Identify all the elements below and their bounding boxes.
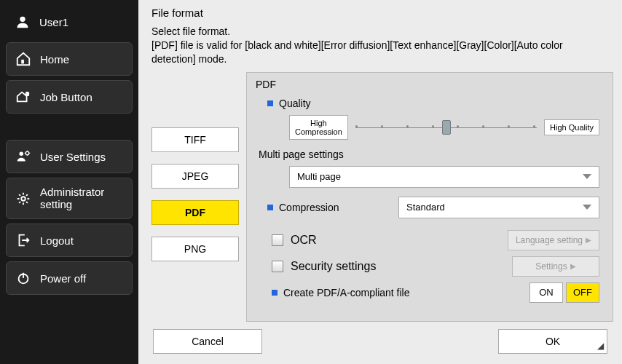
format-jpeg[interactable]: JPEG [151, 164, 239, 189]
logout-icon [15, 232, 31, 248]
quality-label: Quality [279, 98, 311, 109]
ok-button[interactable]: OK◢ [498, 329, 607, 354]
multipage-dropdown[interactable]: Multi page [289, 166, 599, 188]
svg-rect-1 [21, 60, 24, 64]
svg-point-3 [20, 152, 24, 157]
format-buttons: TIFF JPEG PDF PNG [151, 72, 239, 322]
format-png[interactable]: PNG [151, 237, 239, 261]
quality-slider[interactable] [355, 118, 537, 137]
sidebar-admin-label: Administrator setting [40, 186, 123, 210]
sidebar-user-label: User1 [39, 16, 68, 28]
main-panel: File format Select file format. [PDF] fi… [138, 0, 622, 364]
pdf-panel-title: PDF [247, 73, 613, 93]
resize-corner-icon: ◢ [597, 341, 604, 351]
bullet-icon [272, 290, 277, 296]
sidebar-user[interactable]: User1 [6, 6, 133, 38]
chevron-down-icon [583, 205, 591, 210]
sidebar-poweroff-label: Power off [40, 272, 86, 285]
home-icon [15, 51, 31, 67]
high-compression-label: High Compression [289, 115, 348, 140]
svg-point-4 [25, 151, 29, 155]
chevron-down-icon [583, 174, 591, 179]
sidebar-home-label: Home [40, 53, 69, 66]
sidebar-usersettings[interactable]: User Settings [6, 140, 133, 173]
ocr-label: OCR [291, 234, 317, 247]
language-setting-button[interactable]: Language setting▶ [508, 230, 599, 250]
security-checkbox[interactable] [272, 261, 283, 272]
security-settings-button[interactable]: Settings▶ [512, 256, 599, 277]
compression-dropdown[interactable]: Standard [398, 197, 599, 218]
cancel-button[interactable]: Cancel [153, 329, 262, 354]
svg-point-5 [21, 197, 25, 201]
sidebar-job-label: Job Button [40, 91, 92, 103]
chevron-right-icon: ▶ [570, 262, 576, 270]
ocr-checkbox[interactable] [272, 234, 283, 246]
sidebar-usersettings-label: User Settings [40, 151, 106, 163]
sidebar-admin[interactable]: Administrator setting [6, 178, 133, 219]
format-pdf[interactable]: PDF [151, 200, 239, 225]
job-icon [15, 89, 31, 105]
pdf-panel: PDF Quality High Compression High Qualit… [246, 72, 613, 322]
sidebar-logout-label: Logout [40, 234, 74, 247]
page-title: File format [138, 0, 622, 22]
sidebar-poweroff[interactable]: Power off [6, 261, 133, 295]
high-quality-label: High Quality [544, 119, 599, 135]
pdfa-label: Create PDF/A-compliant file [283, 287, 410, 298]
svg-point-0 [20, 17, 25, 22]
user-icon [15, 14, 31, 30]
bullet-icon [267, 100, 273, 106]
bullet-icon [267, 205, 273, 210]
sidebar-logout[interactable]: Logout [6, 223, 133, 257]
pdfa-toggle: ON OFF [530, 282, 599, 303]
help-text: Select file format. [PDF] file is valid … [138, 22, 622, 72]
security-label: Security settings [291, 260, 376, 273]
sidebar-home[interactable]: Home [6, 42, 133, 76]
format-tiff[interactable]: TIFF [151, 127, 239, 152]
user-gear-icon [15, 149, 31, 165]
sidebar: User1 Home Job Button User Settings Admi… [0, 0, 138, 364]
chevron-right-icon: ▶ [586, 236, 591, 244]
multipage-label: Multi page settings [259, 149, 344, 160]
pdfa-on[interactable]: ON [530, 282, 563, 303]
gear-icon [15, 191, 31, 207]
sidebar-job[interactable]: Job Button [6, 80, 133, 114]
compression-value: Standard [406, 202, 445, 213]
pdfa-off[interactable]: OFF [566, 282, 599, 303]
multipage-value: Multi page [297, 171, 341, 182]
power-icon [15, 270, 31, 286]
compression-label: Compression [279, 202, 339, 213]
